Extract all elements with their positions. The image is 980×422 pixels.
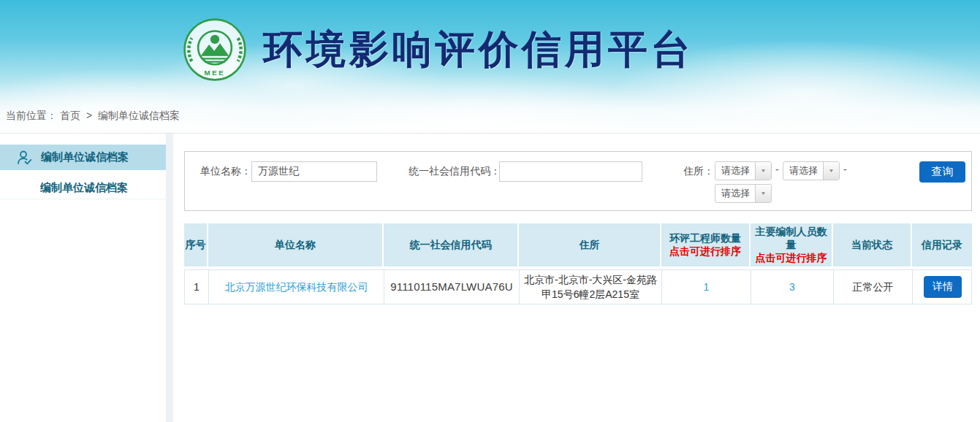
unit-name-label: 单位名称： [200, 161, 251, 180]
table-header-row: 序号 单位名称 统一社会信用代码 住所 环评工程师数量 点击可进行排序 [184, 223, 972, 266]
district-select-value: 请选择 [715, 185, 755, 202]
breadcrumb-prefix: 当前位置： [6, 110, 57, 121]
query-button[interactable]: 查询 [919, 161, 965, 183]
district-select[interactable]: 请选择 [715, 184, 772, 203]
engineer-count-link[interactable]: 1 [704, 280, 710, 294]
breadcrumb: 当前位置：首页 > 编制单位诚信档案 [6, 110, 183, 123]
sidebar-divider [166, 134, 173, 422]
sidebar-subitem-label: 编制单位诚信档案 [40, 181, 128, 193]
col-header-credit-record: 信用记录 [912, 223, 972, 266]
city-select[interactable]: 请选择 [783, 161, 840, 180]
cell-status: 正常公开 [834, 270, 913, 304]
cell-staff-count: 3 [751, 270, 834, 304]
province-select[interactable]: 请选择 [715, 161, 772, 180]
col-header-index: 序号 [184, 223, 208, 266]
logo-text: MEE [205, 69, 226, 77]
col-header-engineer-count-sortable[interactable]: 环评工程师数量 点击可进行排序 [661, 223, 751, 266]
sort-hint: 点击可进行排序 [669, 245, 741, 258]
sidebar-subitem-unit-credit-archive[interactable]: 编制单位诚信档案 [0, 175, 166, 199]
address-dash: - [775, 164, 779, 175]
brand: MEE 环境影响评价信用平台 [183, 18, 694, 82]
main-content: 单位名称： 统一社会信用代码： 住所： 请选择 - 请选择 - 请选择 [173, 134, 980, 422]
page: MEE 环境影响评价信用平台 当前位置：首页 > 编制单位诚信档案 编制单位诚信… [0, 0, 980, 422]
chevron-down-icon[interactable] [823, 162, 839, 180]
sidebar: 编制单位诚信档案 编制单位诚信档案 [0, 134, 166, 422]
breadcrumb-current: 编制单位诚信档案 [98, 110, 180, 121]
col-header-staff-count-sortable[interactable]: 主要编制人员数量 点击可进行排序 [751, 223, 833, 266]
sort-hint: 点击可进行排序 [756, 251, 827, 264]
cell-credit-record: 详情 [913, 270, 973, 304]
page-body: 编制单位诚信档案 编制单位诚信档案 单位名称： 统一社会信用代码： 住所： 请选… [0, 134, 980, 422]
sidebar-item-label: 编制单位诚信档案 [41, 150, 129, 164]
user-check-icon [16, 149, 34, 166]
site-header: MEE 环境影响评价信用平台 当前位置：首页 > 编制单位诚信档案 [0, 0, 980, 134]
staff-count-link[interactable]: 3 [789, 280, 795, 294]
province-select-value: 请选择 [715, 162, 755, 180]
mee-logo-icon: MEE [183, 18, 247, 82]
city-select-value: 请选择 [783, 162, 823, 180]
cell-index: 1 [185, 270, 209, 304]
table-row: 1 北京万源世纪环保科技有限公司 91110115MA7LWUA76U 北京市-… [184, 269, 972, 305]
col-header-status: 当前状态 [833, 223, 912, 266]
col-header-unit-name: 单位名称 [208, 223, 384, 266]
unit-name-input[interactable] [251, 161, 377, 182]
unit-name-link[interactable]: 北京万源世纪环保科技有限公司 [225, 280, 368, 294]
breadcrumb-separator: > [86, 110, 92, 121]
detail-button[interactable]: 详情 [924, 276, 962, 298]
cell-credit-code: 91110115MA7LWUA76U [384, 270, 520, 304]
search-form: 单位名称： 统一社会信用代码： 住所： 请选择 - 请选择 - 请选择 [184, 151, 972, 211]
address-label: 住所： [683, 161, 714, 180]
col-header-credit-code: 统一社会信用代码 [384, 223, 519, 266]
cell-address: 北京市-北京市-大兴区-金苑路甲15号6幢2层A215室 [520, 270, 662, 304]
site-title: 环境影响评价信用平台 [263, 23, 694, 77]
cell-engineer-count: 1 [662, 270, 751, 304]
col-header-address: 住所 [519, 223, 661, 266]
cell-unit-name: 北京万源世纪环保科技有限公司 [209, 270, 384, 304]
credit-code-input[interactable] [499, 161, 642, 182]
breadcrumb-home-link[interactable]: 首页 [60, 110, 80, 121]
sidebar-item-unit-credit-archive[interactable]: 编制单位诚信档案 [0, 145, 166, 170]
chevron-down-icon[interactable] [755, 185, 771, 202]
chevron-down-icon[interactable] [755, 162, 771, 180]
address-dash: - [843, 164, 847, 175]
credit-code-label: 统一社会信用代码： [409, 161, 501, 180]
results-table: 序号 单位名称 统一社会信用代码 住所 环评工程师数量 点击可进行排序 [184, 223, 972, 304]
